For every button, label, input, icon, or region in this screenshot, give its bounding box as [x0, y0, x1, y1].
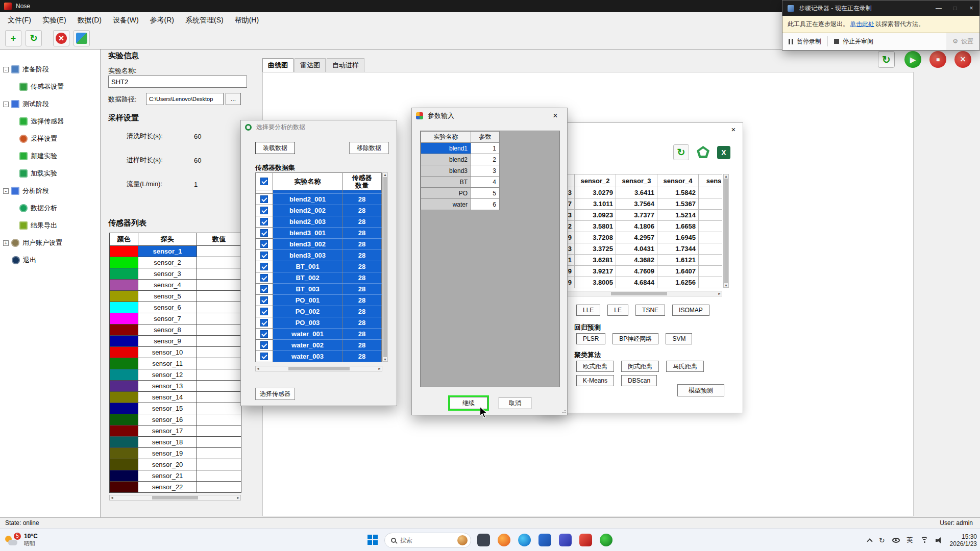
dataset-checkbox-cell[interactable] — [256, 351, 273, 362]
dataset-checkbox-cell[interactable] — [256, 205, 273, 216]
tray-language-indicator[interactable]: 英 — [907, 536, 913, 544]
dataset-row[interactable]: blend3_003 28 — [256, 250, 382, 261]
dataset-checkbox-cell[interactable] — [256, 261, 273, 272]
experiment-name-input[interactable] — [108, 76, 247, 88]
dataset-name-cell[interactable]: PO_002 — [273, 306, 342, 317]
dim-reduction-button[interactable]: TSNE — [635, 305, 665, 316]
cancel-button[interactable]: 取消 — [499, 397, 531, 409]
dataset-checkbox[interactable] — [260, 341, 268, 349]
recorder-info-link[interactable]: 单击此处 — [850, 20, 874, 29]
sensor-name-cell[interactable]: sensor_3 — [138, 268, 197, 280]
wifi-icon[interactable] — [920, 537, 928, 543]
dataset-checkbox[interactable] — [260, 218, 268, 226]
dataset-row[interactable]: BT_002 28 — [256, 272, 382, 284]
param-value-cell[interactable]: 4 — [471, 177, 500, 188]
analysis-data-row[interactable]: 3 3.0279 3.6411 1.5842 1 — [556, 187, 723, 198]
dataset-checkbox[interactable] — [260, 240, 268, 248]
tree-item[interactable]: 结果导出 — [0, 217, 100, 234]
sensor-row[interactable]: sensor_1 — [110, 246, 241, 257]
sensor-row[interactable]: sensor_10 — [110, 347, 241, 358]
recorder-minimize-button[interactable]: — — [930, 1, 947, 16]
dataset-checkbox[interactable] — [260, 252, 268, 259]
sensor-row[interactable]: sensor_19 — [110, 448, 241, 459]
search-input[interactable] — [400, 537, 453, 544]
sensor-name-cell[interactable]: sensor_11 — [138, 358, 197, 369]
taskbar-app-icon[interactable] — [538, 534, 551, 546]
param-value-cell[interactable]: 2 — [471, 154, 500, 165]
view-tab[interactable]: 自动进样 — [327, 58, 364, 72]
sensor-row[interactable]: sensor_12 — [110, 369, 241, 381]
param-name-cell[interactable]: blend3 — [421, 165, 471, 177]
cluster-button[interactable]: K-Means — [576, 375, 614, 386]
dataset-checkbox-cell[interactable] — [256, 329, 273, 340]
taskbar-search[interactable] — [384, 533, 471, 548]
dataset-checkbox[interactable] — [260, 285, 268, 293]
select-all-header[interactable] — [256, 173, 273, 190]
dataset-checkbox[interactable] — [260, 229, 268, 237]
taskbar-app-icon[interactable] — [579, 534, 592, 546]
param-value-cell[interactable]: 1 — [471, 143, 500, 154]
select-sensor-button[interactable]: 选择传感器 — [255, 388, 295, 400]
dataset-row[interactable]: water_001 28 — [256, 329, 382, 340]
dataset-row[interactable]: PO_003 28 — [256, 317, 382, 329]
tree-item[interactable]: - 测试阶段 — [0, 95, 100, 113]
dataset-name-cell[interactable]: PO_001 — [273, 295, 342, 306]
tree-item[interactable]: + 用户账户设置 — [0, 234, 100, 252]
dataset-checkbox[interactable] — [260, 274, 268, 282]
menu-item[interactable]: 帮助(H) — [229, 12, 264, 28]
dataset-name-cell[interactable]: blend3_003 — [273, 250, 342, 261]
param-row[interactable]: blend2 2 — [421, 154, 500, 165]
dataset-checkbox-cell[interactable] — [256, 317, 273, 329]
taskbar-clock[interactable]: 15:30 2026/1/23 — [950, 533, 977, 547]
param-row[interactable]: blend3 3 — [421, 165, 500, 177]
dim-reduction-button[interactable]: ISOMAP — [672, 305, 709, 316]
dataset-checkbox-cell[interactable] — [256, 306, 273, 317]
toolbar-button[interactable]: × — [53, 30, 69, 46]
dataset-checkbox-cell[interactable] — [256, 272, 273, 284]
sensor-row[interactable]: sensor_22 — [110, 482, 241, 493]
dim-reduction-button[interactable]: LLE — [576, 305, 600, 316]
sensor-row[interactable]: sensor_13 — [110, 381, 241, 392]
dataset-checkbox-cell[interactable] — [256, 239, 273, 250]
dataset-checkbox-cell[interactable] — [256, 295, 273, 306]
toolbar-button[interactable] — [74, 30, 90, 46]
pause-recording-button[interactable]: 暂停录制 — [789, 37, 821, 46]
dataset-vscrollbar[interactable]: ▲▼ — [382, 172, 388, 362]
sensor-row[interactable]: sensor_20 — [110, 459, 241, 470]
tree-expander-icon[interactable]: - — [3, 67, 9, 72]
analysis-table-hscrollbar[interactable]: ◄► — [556, 291, 722, 296]
dataset-checkbox[interactable] — [260, 195, 268, 203]
sensor-name-cell[interactable]: sensor_14 — [138, 392, 197, 403]
regression-button[interactable]: SVM — [666, 333, 692, 344]
param-name-cell[interactable]: BT — [421, 177, 471, 188]
sensor-row[interactable]: sensor_2 — [110, 257, 241, 268]
sensor-row[interactable]: sensor_9 — [110, 336, 241, 347]
tree-item[interactable]: 加载实验 — [0, 165, 100, 182]
param-row[interactable]: BT 4 — [421, 177, 500, 188]
analysis-data-row[interactable]: 2 3.5801 4.1806 1.6658 1 — [556, 221, 723, 232]
param-value-cell[interactable]: 3 — [471, 165, 500, 177]
cluster-button[interactable]: 欧式距离 — [576, 361, 614, 372]
browse-path-button[interactable]: ... — [226, 93, 241, 105]
analysis-table-vscrollbar[interactable]: ▲▼ — [723, 174, 729, 288]
dataset-row[interactable]: blend2_003 28 — [256, 216, 382, 228]
dataset-name-cell[interactable]: blend2_003 — [273, 216, 342, 228]
sensor-name-cell[interactable]: sensor_15 — [138, 403, 197, 414]
dataset-name-cell[interactable]: water_001 — [273, 329, 342, 340]
sensor-name-cell[interactable]: sensor_20 — [138, 459, 197, 470]
tree-item[interactable]: 采样设置 — [0, 130, 100, 147]
dataset-hscrollbar[interactable]: ◄► — [255, 366, 382, 371]
volume-icon[interactable] — [936, 537, 943, 543]
analysis-data-row[interactable]: 9 3.8005 4.6844 1.6256 1 — [556, 277, 723, 288]
dataset-name-cell[interactable]: blend3_002 — [273, 239, 342, 250]
sensor-row[interactable]: sensor_7 — [110, 313, 241, 324]
cluster-button[interactable]: 闵式距离 — [621, 361, 659, 372]
recorder-maximize-button[interactable]: □ — [947, 1, 963, 16]
sensor-name-cell[interactable]: sensor_21 — [138, 470, 197, 482]
sensor-row[interactable]: sensor_18 — [110, 437, 241, 448]
sensor-name-cell[interactable]: sensor_13 — [138, 381, 197, 392]
tree-item[interactable]: - 分析阶段 — [0, 182, 100, 199]
dataset-row[interactable]: blend2_001 28 — [256, 194, 382, 205]
sensor-table-hscrollbar[interactable]: ◄► — [109, 495, 241, 500]
view-tab[interactable]: 雷达图 — [295, 58, 326, 72]
